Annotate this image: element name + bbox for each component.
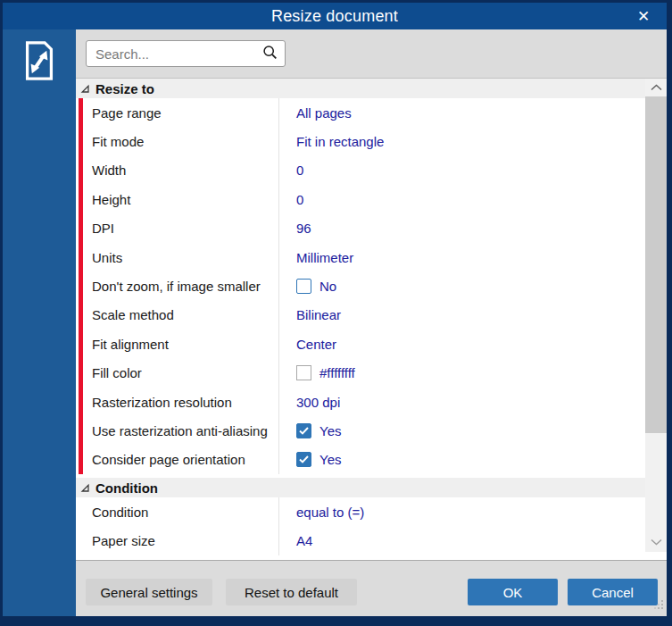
modified-marker: [79, 330, 83, 358]
reset-to-default-button[interactable]: Reset to default: [226, 579, 357, 605]
property-label: Page range: [76, 98, 278, 127]
property-label: Condition: [76, 497, 278, 526]
property-label: Rasterization resolution: [76, 388, 278, 416]
modified-marker: [79, 185, 83, 213]
property-label: Fill color: [76, 359, 278, 388]
property-label: Width: [76, 156, 278, 185]
section: Resize toPage rangeAll pagesFit modeFit …: [76, 79, 645, 474]
general-settings-button[interactable]: General settings: [86, 579, 212, 605]
property-value-cell[interactable]: 0: [278, 156, 645, 185]
scroll-up-icon[interactable]: [645, 79, 667, 96]
property-value: Center: [296, 337, 336, 352]
scroll-down-icon[interactable]: [645, 534, 667, 550]
property-value: A4: [296, 533, 312, 548]
modified-marker: [79, 416, 83, 445]
property-value-cell[interactable]: All pages: [278, 98, 645, 127]
resize-document-icon: [19, 39, 60, 86]
property-row: UnitsMillimeter: [76, 243, 645, 271]
modified-marker: [79, 98, 83, 127]
property-value-cell[interactable]: 0: [278, 185, 645, 213]
property-value: Yes: [319, 452, 341, 467]
footer: General settings Reset to default OK Can…: [76, 561, 667, 616]
modified-marker: [79, 446, 83, 474]
resize-document-dialog: Resize document ✕: [0, 0, 672, 626]
scrollbar-thumb[interactable]: [645, 96, 667, 433]
property-row: Don't zoom, if image smallerNo: [76, 271, 645, 300]
property-label: Don't zoom, if image smaller: [76, 271, 278, 300]
property-value: 0: [296, 192, 303, 207]
property-label: Fit mode: [76, 127, 278, 155]
property-value: 300 dpi: [296, 395, 340, 410]
property-label: Scale method: [76, 301, 278, 330]
color-swatch[interactable]: [296, 365, 311, 380]
expand-triangle-icon[interactable]: [80, 483, 90, 493]
section-title: Resize to: [95, 81, 154, 96]
checkbox[interactable]: [296, 423, 311, 438]
property-value-cell[interactable]: Yes: [278, 416, 645, 445]
property-row: Paper sizeA4: [76, 526, 645, 555]
property-row: Use rasterization anti-aliasingYes: [76, 416, 645, 445]
scrollbar[interactable]: [645, 79, 667, 552]
property-value-cell[interactable]: Millimeter: [278, 243, 645, 271]
property-row: Fit modeFit in rectangle: [76, 127, 645, 155]
property-value-cell[interactable]: Yes: [278, 446, 645, 474]
property-row: Conditionequal to (=): [76, 497, 645, 526]
dialog-title: Resize document: [271, 7, 398, 26]
sidebar: [3, 29, 76, 616]
expand-triangle-icon[interactable]: [80, 84, 90, 94]
search-strip: [76, 29, 667, 79]
ok-button[interactable]: OK: [468, 579, 558, 605]
modified-marker: [79, 127, 83, 155]
modified-marker: [79, 243, 83, 271]
property-row: Width0: [76, 156, 645, 185]
section-title: Condition: [95, 480, 158, 496]
property-value-cell[interactable]: 96: [278, 214, 645, 243]
search-input[interactable]: [94, 46, 262, 63]
resize-grip-icon[interactable]: [654, 597, 664, 613]
property-value: No: [319, 279, 336, 294]
dialog-body: Resize toPage rangeAll pagesFit modeFit …: [3, 29, 667, 616]
search-box[interactable]: [86, 40, 286, 67]
property-value: Bilinear: [296, 307, 341, 322]
property-value-cell[interactable]: No: [278, 271, 645, 300]
property-value-cell[interactable]: A4: [278, 526, 645, 555]
property-value-cell[interactable]: Fit in rectangle: [278, 127, 645, 155]
section: ConditionConditionequal to (=)Paper size…: [76, 478, 645, 555]
property-value-cell[interactable]: Center: [278, 330, 645, 358]
property-label: Consider page orientation: [76, 446, 278, 474]
property-label: Paper size: [76, 526, 278, 555]
property-value: 96: [296, 221, 311, 236]
magnifier-icon[interactable]: [262, 45, 278, 63]
close-icon[interactable]: ✕: [626, 3, 661, 29]
property-row: DPI96: [76, 214, 645, 243]
modified-marker: [79, 214, 83, 243]
cancel-button[interactable]: Cancel: [568, 579, 658, 605]
title-bar[interactable]: Resize document ✕: [3, 3, 667, 29]
main-panel: Resize toPage rangeAll pagesFit modeFit …: [76, 29, 667, 616]
property-value: Millimeter: [296, 250, 353, 265]
property-value-cell[interactable]: Bilinear: [278, 301, 645, 330]
section-header[interactable]: Resize to: [76, 79, 645, 98]
property-label: Use rasterization anti-aliasing: [76, 416, 278, 445]
property-row: Scale methodBilinear: [76, 301, 645, 330]
property-label: DPI: [76, 214, 278, 243]
modified-marker: [79, 301, 83, 330]
property-value-cell[interactable]: 300 dpi: [278, 388, 645, 416]
property-value: 0: [296, 163, 303, 178]
property-value: #ffffffff: [319, 365, 355, 380]
sections: Resize toPage rangeAll pagesFit modeFit …: [76, 79, 645, 555]
property-row: Rasterization resolution300 dpi: [76, 388, 645, 416]
modified-marker: [79, 388, 83, 416]
property-value-cell[interactable]: equal to (=): [278, 497, 645, 526]
property-value: All pages: [296, 105, 352, 121]
property-value-cell[interactable]: #ffffffff: [278, 359, 645, 388]
property-label: Units: [76, 243, 278, 271]
section-header[interactable]: Condition: [76, 478, 645, 497]
property-label: Height: [76, 185, 278, 213]
property-row: Consider page orientationYes: [76, 446, 645, 474]
property-row: Height0: [76, 185, 645, 213]
property-label: Fit alignment: [76, 330, 278, 358]
property-row: Fit alignmentCenter: [76, 330, 645, 358]
checkbox[interactable]: [296, 452, 311, 467]
checkbox[interactable]: [296, 279, 311, 294]
